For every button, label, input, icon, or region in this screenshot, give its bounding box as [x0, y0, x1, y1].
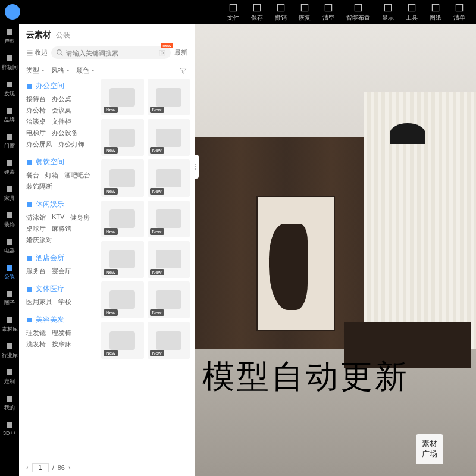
category-休闲娱乐[interactable]: 休闲娱乐 — [26, 197, 93, 212]
filter-0[interactable]: 类型 — [26, 66, 45, 75]
asset-card[interactable]: New — [101, 159, 144, 196]
svg-rect-6 — [384, 4, 391, 11]
svg-rect-33 — [27, 287, 32, 292]
sidebar-item-行业库[interactable]: 行业库 — [2, 340, 18, 361]
filter-1[interactable]: 风格 — [51, 66, 70, 75]
category-酒店会所[interactable]: 酒店会所 — [26, 250, 93, 265]
category-餐饮空间[interactable]: 餐饮空间 — [26, 155, 93, 170]
sidebar-item-硬装[interactable]: 硬装 — [4, 157, 15, 177]
catitem-宴会厅[interactable]: 宴会厅 — [52, 267, 71, 275]
asset-card[interactable]: New — [148, 79, 190, 115]
catitem-电梯厅[interactable]: 电梯厅 — [26, 129, 46, 137]
toolbar-drawing-button[interactable]: 图纸 — [424, 1, 447, 23]
sidebar-item-3D++[interactable]: 3D++ — [3, 419, 16, 437]
toolbar-redo-button[interactable]: 恢复 — [293, 1, 317, 23]
asset-plaza-button[interactable]: 素材 广场 — [416, 434, 443, 464]
catitem-理发镜[interactable]: 理发镜 — [26, 328, 46, 337]
asset-card[interactable]: New — [148, 281, 190, 318]
filter-2[interactable]: 颜色 — [76, 66, 95, 75]
svg-rect-32 — [27, 256, 32, 261]
catitem-婚庆派对[interactable]: 婚庆派对 — [26, 236, 52, 245]
toolbar-auto-button[interactable]: 智能布置 — [340, 1, 376, 23]
catitem-健身房[interactable]: 健身房 — [70, 213, 90, 222]
category-办公空间[interactable]: 办公空间 — [26, 79, 93, 93]
category-文体医疗[interactable]: 文体医疗 — [26, 281, 93, 296]
left-sidebar: 户型样板间发现品牌门窗硬装家具装饰电器公装圈子素材库行业库定制我的3D++ — [0, 24, 19, 476]
filter-icon[interactable] — [179, 67, 187, 75]
sidebar-item-定制[interactable]: 定制 — [4, 367, 15, 387]
asset-card[interactable]: New — [101, 281, 144, 318]
catitem-餐台[interactable]: 餐台 — [26, 171, 39, 180]
toolbar-clear-button[interactable]: 清空 — [317, 1, 340, 23]
catitem-理发椅[interactable]: 理发椅 — [52, 328, 71, 337]
catitem-接待台[interactable]: 接待台 — [26, 95, 46, 104]
catitem-桌球厅[interactable]: 桌球厅 — [26, 224, 46, 233]
sidebar-item-发现[interactable]: 发现 — [4, 79, 15, 99]
sidebar-item-素材库[interactable]: 素材库 — [2, 314, 18, 334]
catitem-文件柜[interactable]: 文件柜 — [52, 117, 71, 126]
toolbar-list-button[interactable]: 清单 — [447, 1, 471, 23]
asset-card[interactable]: New — [101, 201, 144, 237]
catitem-办公椅[interactable]: 办公椅 — [26, 106, 46, 115]
sidebar-item-家具[interactable]: 家具 — [4, 183, 15, 203]
catitem-按摩床[interactable]: 按摩床 — [52, 340, 71, 349]
panel-drag-handle[interactable] — [193, 155, 199, 178]
catitem-办公屏风[interactable]: 办公屏风 — [26, 140, 52, 149]
camera-icon[interactable] — [158, 49, 166, 57]
catitem-学校[interactable]: 学校 — [58, 298, 71, 306]
sidebar-item-门窗[interactable]: 门窗 — [4, 131, 15, 151]
toolbar-save-button[interactable]: 保存 — [245, 1, 269, 23]
svg-rect-10 — [7, 29, 12, 35]
catitem-办公灯饰[interactable]: 办公灯饰 — [58, 140, 84, 149]
sidebar-item-品牌[interactable]: 品牌 — [4, 105, 15, 125]
search-input[interactable] — [64, 49, 158, 57]
asset-card[interactable]: New — [101, 241, 144, 278]
asset-card[interactable]: New — [148, 159, 190, 196]
sidebar-item-电器[interactable]: 电器 — [4, 236, 15, 256]
asset-card[interactable]: New — [148, 241, 190, 278]
pager-prev[interactable]: ‹ — [26, 464, 29, 471]
catitem-办公桌[interactable]: 办公桌 — [52, 95, 71, 104]
svg-rect-31 — [27, 202, 32, 207]
catitem-会议桌[interactable]: 会议桌 — [52, 106, 71, 115]
toolbar-display-button[interactable]: 显示 — [376, 1, 400, 23]
asset-card[interactable]: New — [148, 201, 190, 237]
catitem-医用家具[interactable]: 医用家具 — [26, 298, 52, 306]
toolbar-undo-button[interactable]: 撤销 — [269, 1, 293, 23]
search-box[interactable]: new — [51, 46, 171, 59]
svg-rect-5 — [355, 4, 361, 11]
asset-card[interactable]: New — [148, 119, 190, 156]
sidebar-item-圈子[interactable]: 圈子 — [4, 288, 15, 308]
asset-card[interactable]: New — [101, 322, 144, 359]
catitem-办公设备[interactable]: 办公设备 — [52, 129, 78, 137]
asset-card[interactable]: New — [148, 322, 190, 359]
catitem-装饰隔断[interactable]: 装饰隔断 — [26, 182, 52, 191]
catitem-服务台[interactable]: 服务台 — [26, 267, 46, 275]
catitem-灯箱[interactable]: 灯箱 — [45, 171, 58, 180]
svg-rect-3 — [301, 4, 308, 11]
sidebar-item-样板间[interactable]: 样板间 — [2, 52, 18, 73]
asset-grid: NewNewNewNewNewNewNewNewNewNewNewNewNewN… — [96, 79, 195, 459]
pager-next[interactable]: › — [68, 464, 71, 471]
toolbar-file-button[interactable]: 文件 — [221, 1, 245, 23]
catitem-洽谈桌[interactable]: 洽谈桌 — [26, 117, 46, 126]
svg-rect-27 — [159, 51, 165, 55]
3d-viewport[interactable] — [195, 24, 476, 476]
sidebar-item-公装[interactable]: 公装 — [4, 262, 15, 282]
sort-dropdown[interactable]: 最新 — [174, 48, 187, 57]
catitem-KTV[interactable]: KTV — [52, 213, 64, 222]
toolbar-tool-button[interactable]: 工具 — [400, 1, 424, 23]
catitem-麻将馆[interactable]: 麻将馆 — [52, 224, 71, 233]
svg-rect-29 — [27, 84, 32, 89]
sidebar-item-我的[interactable]: 我的 — [4, 393, 15, 413]
category-美容美发[interactable]: 美容美发 — [26, 312, 93, 327]
collapse-button[interactable]: 收起 — [26, 48, 48, 57]
catitem-酒吧吧台[interactable]: 酒吧吧台 — [64, 171, 90, 180]
pager-current[interactable] — [32, 463, 49, 472]
catitem-洗发椅[interactable]: 洗发椅 — [26, 340, 46, 349]
sidebar-item-户型[interactable]: 户型 — [4, 26, 15, 46]
asset-card[interactable]: New — [101, 79, 144, 115]
catitem-游泳馆[interactable]: 游泳馆 — [26, 213, 46, 222]
sidebar-item-装饰[interactable]: 装饰 — [4, 209, 15, 230]
asset-card[interactable]: New — [101, 119, 144, 156]
